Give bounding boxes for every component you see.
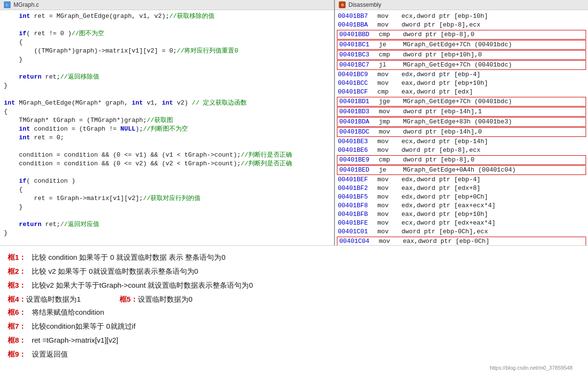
- disasm-operands: MGraph_GetEdge+0A4h (00401c04): [403, 166, 584, 174]
- disasm-row: 00401BC9movedx,dword ptr [ebp-4]: [335, 70, 588, 79]
- disasm-operands: edx,dword ptr [eax+ecx*4]: [401, 201, 585, 210]
- code-line: ((TMGraph*)graph)->matrix[v1][v2] = 0;//…: [0, 47, 334, 55]
- disasm-operands: dword ptr [ebp-14h],0: [403, 128, 584, 136]
- code-text: }: [0, 203, 27, 212]
- annotation-row: 框1：比较 condition 如果等于 0 就设置临时数据 表示 整条语句为0: [8, 251, 580, 264]
- annotation-row: 框5：设置临时数据为0: [120, 293, 193, 306]
- disasm-address: 00401BD3: [339, 107, 379, 116]
- disasm-address: 00401BBD: [339, 30, 379, 39]
- annotation-label: 框4：: [8, 295, 26, 303]
- code-line: int condition = (tGraph != NULL);//判断图不为…: [0, 125, 334, 134]
- disasm-operands: edx,dword ptr [ebp-4]: [401, 175, 585, 184]
- code-text: TMGraph* tGraph = (TMGraph*)graph;//获取图: [0, 116, 177, 125]
- disasm-opcode: mov: [379, 128, 403, 136]
- disasm-address: 00401BFB: [338, 210, 377, 219]
- code-line: }: [0, 203, 334, 212]
- disasm-row: 00401BB7movecx,dword ptr [ebp-10h]: [335, 12, 588, 21]
- disasm-row: 00401BCCmoveax,dword ptr [ebp+10h]: [335, 79, 588, 88]
- code-text: [0, 142, 8, 151]
- disasm-operands: MGraph_GetEdge+7Ch (00401bdc): [403, 97, 584, 106]
- disasm-opcode: mov: [377, 12, 401, 21]
- disasm-address: 00401BC7: [339, 61, 379, 69]
- disasm-address: 00401BE9: [339, 156, 379, 164]
- code-text: int ret = 0;: [0, 134, 68, 142]
- disasm-opcode: mov: [377, 21, 401, 29]
- annotation-text: ret =tGraph->matrix[v1][v2]: [32, 334, 118, 347]
- code-text: }: [0, 81, 12, 90]
- annotation-row: 框8：ret =tGraph->matrix[v1][v2]: [8, 334, 580, 347]
- code-text: [0, 21, 8, 29]
- disasm-icon: ⚙: [339, 1, 346, 8]
- annotation-label: 框3：: [8, 279, 32, 292]
- code-text: }: [0, 229, 12, 238]
- disasm-address: 00401BF5: [338, 193, 377, 201]
- annotation-text: 设置临时数据为1: [26, 295, 80, 303]
- disasm-row: 00401BC7jlMGraph_GetEdge+7Ch (00401bdc): [337, 60, 586, 70]
- code-line: if( condition ): [0, 177, 334, 186]
- code-content[interactable]: int ret = MGraph_GetEdge(graph, v1, v2);…: [0, 10, 334, 245]
- disasm-opcode: mov: [379, 237, 403, 245]
- disasm-address: 00401BCF: [338, 88, 377, 96]
- disasm-operands: edx,dword ptr [ebp+0Ch]: [401, 193, 585, 201]
- disasm-title-label: Disassembly: [348, 1, 381, 8]
- code-text: condition = condition && (0 <= v2) && (v…: [0, 160, 296, 168]
- code-line: int MGraph_GetEdge(MGraph* graph, int v1…: [0, 99, 334, 107]
- code-line: return ret;//返回移除值: [0, 73, 334, 81]
- disasm-operands: eax,dword ptr [ebp+10h]: [401, 210, 585, 219]
- annotation-label: 框7：: [8, 320, 32, 333]
- disasm-opcode: mov: [377, 219, 401, 227]
- code-text: ((TMGraph*)graph)->matrix[v1][v2] = 0;//…: [0, 47, 242, 55]
- disasm-opcode: mov: [377, 201, 401, 210]
- disasm-address: 00401BC1: [339, 40, 379, 49]
- disasm-content[interactable]: 00401BB7movecx,dword ptr [ebp-10h]00401B…: [335, 10, 588, 245]
- disasm-row: 00401BE3movecx,dword ptr [ebp-14h]: [335, 137, 588, 146]
- annotation-label: 框5：: [120, 295, 138, 303]
- code-line: [0, 64, 334, 73]
- annotation-text: 设置返回值: [32, 347, 68, 361]
- code-line: int ret = MGraph_GetEdge(graph, v1, v2);…: [0, 12, 334, 21]
- disasm-row: 00401BF5movedx,dword ptr [ebp+0Ch]: [335, 193, 588, 201]
- disasm-row: 00401BC1jeMGraph_GetEdge+7Ch (00401bdc): [337, 40, 586, 50]
- code-line: return ret;//返回对应值: [0, 220, 334, 229]
- disasm-address: 00401BCC: [338, 79, 377, 88]
- annotation-row: 框3：比较v2 如果大于等于tGraph->count 就设置临时数据表示整条语…: [8, 279, 580, 292]
- code-line: condition = condition && (0 <= v2) && (v…: [0, 160, 334, 168]
- disasm-operands: MGraph_GetEdge+7Ch (00401bdc): [403, 61, 584, 69]
- annotation-label: 框9：: [8, 347, 32, 361]
- disasm-address: 00401BC3: [339, 51, 379, 59]
- code-text: [0, 90, 8, 99]
- disasm-pane: ⚙ Disassembly 00401BB7movecx,dword ptr […: [335, 0, 588, 245]
- disasm-address: 00401BB7: [338, 12, 377, 21]
- code-filename: MGraph.c: [13, 1, 39, 8]
- disasm-opcode: cmp: [379, 30, 403, 39]
- code-line: {: [0, 186, 334, 194]
- disasm-row: 00401BE6movdword ptr [ebp-8],ecx: [335, 146, 588, 155]
- disasm-row: 00401BBAmovdword ptr [ebp-8],ecx: [335, 21, 588, 29]
- code-text: condition = condition && (0 <= v1) && (v…: [0, 151, 296, 160]
- disasm-opcode: mov: [377, 70, 401, 79]
- code-line: if( ret != 0 )//图不为空: [0, 29, 334, 38]
- code-text: return ret;//返回移除值: [0, 73, 103, 81]
- annotations-section: 框1：比较 condition 如果等于 0 就设置临时数据 表示 整条语句为0…: [0, 246, 588, 374]
- annotation-text: 比较 v2 如果等于 0就设置临时数据表示整条语句为0: [32, 265, 198, 278]
- disasm-row: 00401BFBmoveax,dword ptr [ebp+10h]: [335, 210, 588, 219]
- disasm-row: 00401BCFcmpeax,dword ptr [edx]: [335, 88, 588, 96]
- code-text: int ret = MGraph_GetEdge(graph, v1, v2);…: [0, 12, 218, 21]
- disasm-operands: edx,dword ptr [ebp-4]: [401, 70, 585, 79]
- disasm-address: 00401BC9: [338, 70, 377, 79]
- disasm-operands: eax,dword ptr [edx+8]: [401, 184, 585, 193]
- disasm-address: 00401C04: [339, 237, 379, 245]
- code-line: {: [0, 107, 334, 116]
- disasm-pane-title: ⚙ Disassembly: [335, 0, 588, 10]
- disasm-address: 00401BDC: [339, 128, 379, 136]
- annotation-text: 设置临时数据为0: [138, 295, 192, 303]
- disasm-row: 00401BBDcmpdword ptr [ebp-8],0: [337, 30, 586, 40]
- disasm-operands: MGraph_GetEdge+83h (00401be3): [403, 118, 584, 126]
- code-text: if( ret != 0 )//图不为空: [0, 29, 108, 38]
- disasm-address: 00401BEF: [338, 175, 377, 184]
- disasm-operands: dword ptr [ebp-8],ecx: [401, 21, 585, 29]
- disasm-row: 00401BEDjeMGraph_GetEdge+0A4h (00401c04): [337, 165, 586, 175]
- code-line: [0, 90, 334, 99]
- annotation-row: 框4：设置临时数据为1: [8, 293, 81, 306]
- disasm-address: 00401BD1: [339, 97, 379, 106]
